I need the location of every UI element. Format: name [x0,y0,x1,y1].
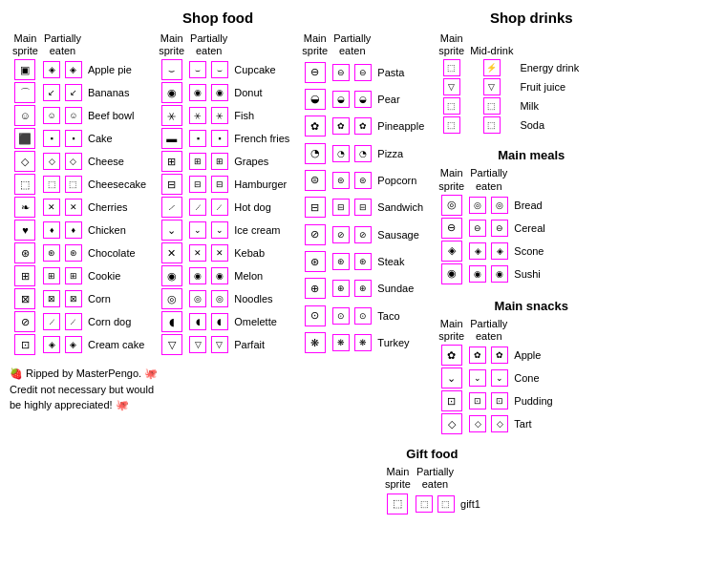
item-name: Apple [510,344,554,367]
item-name: Popcorn [373,167,426,194]
table-row: ✕ ✕ ✕ Kebab [156,242,291,264]
item-name: Bread [510,194,546,217]
sprite: ▽ [443,78,460,95]
table-row: ⊜ ⊜ ⊜ Popcorn [299,167,426,194]
sprite: ✕ [211,244,228,262]
sprite: ⊘ [14,311,35,332]
main-meals-title: Main meals [436,148,627,162]
shop-food-col2: Mainsprite Partiallyeaten ⌣ ⌣ ⌣ Cupcake … [156,32,291,356]
sprite: ⬚ [483,116,501,134]
sprite: ◉ [491,265,508,283]
sprite: ↙ [65,84,82,101]
sprite: ❧ [14,197,35,218]
sprite: ⬚ [14,174,35,195]
item-name: Cake [84,127,148,150]
sprite: ⌄ [491,369,508,387]
sprite: ▪ [43,130,60,147]
sprite: ⌣ [211,61,228,78]
sprite: ⟋ [211,199,228,216]
sprite: ⊞ [161,151,182,172]
sprite: ⊡ [441,390,462,411]
sprite: ↙ [43,84,60,101]
sprite: ✕ [189,244,206,262]
sprite: ⌄ [441,368,462,388]
sprite: ⊜ [305,170,326,191]
item-name: Hamburger [230,173,291,196]
gift-partial-header: Partiallyeaten [414,465,457,492]
table-row: ☺ ☺ ☺ Beef bowl [10,104,148,127]
sprite: ◈ [491,242,508,260]
item-name: Cheesecake [84,173,148,196]
sprite: ⊛ [305,251,326,272]
table-row: ◖ ◖ ◖ Omelette [156,310,291,333]
table-row: ♥ ♦ ♦ Chicken [10,219,148,242]
sprite: ⊘ [332,226,350,243]
sprite: ⊞ [43,267,60,284]
item-name: Pear [373,86,426,113]
item-name: Hot dog [230,196,291,219]
sprite: ❋ [305,332,326,353]
table-row: ▽ ▽ Fruit juice [436,77,581,96]
item-name: Corn [84,287,148,310]
table-row: ⟋ ⟋ ⟋ Hot dog [156,196,291,219]
sprite: ⊘ [354,226,372,243]
sprite: ⊠ [65,290,82,307]
sprite: ⊠ [43,290,60,307]
sprite: ⊛ [43,244,60,262]
sprite: ⊞ [211,153,228,170]
right-column: Shop drinks Mainsprite Mid-drink ⬚ ⚡ Ene… [436,10,627,441]
sprite: ▽ [189,336,206,353]
sprite: ⊖ [354,64,372,81]
snacks-main-header: Mainsprite [436,317,467,344]
table-row: ⚹ ⚹ ⚹ Fish [156,104,291,127]
sprite: ❋ [332,334,350,351]
item-name: Chocolate [84,242,148,264]
item-name: Bananas [84,81,148,104]
table-row: ⬚ ⬚ Soda [436,116,581,135]
sprite: ⊖ [441,218,462,239]
item-name: Sundae [373,275,426,302]
item-name: Turkey [373,329,426,356]
table-row: ◇ ◇ ◇ Tart [436,412,554,435]
sprite: ⌄ [469,369,486,387]
sprite: ▪ [211,130,228,147]
item-name: French fries [230,127,291,150]
item-name: Milk [516,96,581,116]
table-row: ◎ ◎ ◎ Bread [436,194,546,217]
item-name: Kebab [230,242,291,264]
sprite: ⊙ [305,305,326,326]
item-name: Cherries [84,196,148,219]
gift-main-header: Mainsprite [382,465,414,492]
table-row: ⊟ ⊟ ⊟ Hamburger [156,173,291,196]
sprite: ◉ [161,82,182,103]
sprite: ⊡ [469,392,486,410]
meals-main-header: Mainsprite [436,166,467,193]
sprite: ◇ [469,415,486,432]
table-row: ✿ ✿ ✿ Pineapple [299,113,426,139]
sprite: ⬚ [437,495,455,513]
sprite: ⊛ [354,253,372,270]
snacks-partial-header: Partiallyeaten [467,317,510,344]
sprite: ◎ [161,288,182,309]
sprite: ⊟ [161,174,182,195]
sprite: ⊡ [491,392,508,410]
item-name: Pasta [373,58,426,85]
table-row: ⊖ ⊖ ⊖ Pasta [299,58,426,85]
table-row: ⬚ ⬚ Milk [436,96,581,116]
item-name: Melon [230,264,291,287]
sprite: ♥ [14,220,35,241]
sprite: ⟋ [65,313,82,330]
sprite: ▪ [189,130,206,147]
col1-partial-header: Partiallyeaten [41,32,84,58]
table-row: ⊡ ⊡ ⊡ Pudding [436,389,554,412]
sprite: ◈ [441,241,462,262]
sprite: ⊟ [305,197,326,218]
sprite: ⊖ [332,64,350,81]
item-name: Soda [516,116,581,135]
shop-drinks-table: Mainsprite Mid-drink ⬚ ⚡ Energy drink ▽ … [436,32,581,135]
col3-main-header: Mainsprite [299,32,331,58]
table-row: ◇ ◇ ◇ Cheese [10,150,148,173]
item-name: Pudding [510,389,554,412]
sprite: ⊞ [189,153,206,170]
sprite: ⊠ [14,288,35,309]
